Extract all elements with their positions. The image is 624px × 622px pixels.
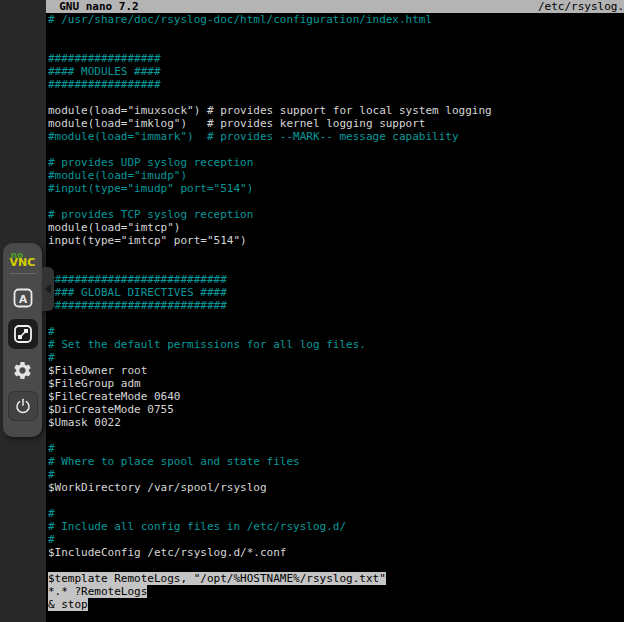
terminal-line: # Set the default permissions for all lo… <box>48 338 624 351</box>
svg-text:A: A <box>18 293 27 305</box>
terminal-line <box>48 429 624 442</box>
terminal-line: module(load="imuxsock") # provides suppo… <box>48 104 624 117</box>
terminal-line: & stop <box>48 598 624 611</box>
terminal-line: ################# <box>48 78 624 91</box>
terminal-line: # <box>48 442 624 455</box>
terminal-line: $FileOwner root <box>48 364 624 377</box>
terminal-line: # provides TCP syslog reception <box>48 208 624 221</box>
terminal-line <box>48 559 624 572</box>
terminal-line <box>48 91 624 104</box>
terminal-line <box>48 312 624 325</box>
terminal-line: $template RemoteLogs, "/opt/%HOSTNAME%/r… <box>48 572 624 585</box>
terminal-line: # <box>48 468 624 481</box>
terminal-line: ########################### <box>48 299 624 312</box>
novnc-logo-vnc: VNC <box>10 259 36 267</box>
terminal-line <box>48 195 624 208</box>
terminal-line: #### GLOBAL DIRECTIVES #### <box>48 286 624 299</box>
nano-version-label: GNU nano 7.2 <box>46 0 139 13</box>
terminal-line: $FileCreateMode 0640 <box>48 390 624 403</box>
drag-viewport-button[interactable] <box>8 319 38 349</box>
terminal-line: #input(type="imudp" port="514") <box>48 182 624 195</box>
terminal-window[interactable]: GNU nano 7.2 /etc/rsyslog. # /usr/share/… <box>46 0 624 622</box>
terminal-line: module(load="imklog") # provides kernel … <box>48 117 624 130</box>
keyboard-extra-keys-icon: A <box>12 287 34 309</box>
panel-collapse-handle[interactable] <box>42 267 54 311</box>
terminal-line: # <box>48 507 624 520</box>
terminal-line <box>48 494 624 507</box>
terminal-line: # provides UDP syslog reception <box>48 156 624 169</box>
nano-titlebar: GNU nano 7.2 /etc/rsyslog. <box>46 0 624 13</box>
novnc-logo: no VNC <box>10 251 36 267</box>
terminal-line <box>48 143 624 156</box>
power-icon <box>14 397 32 415</box>
terminal-line: # <box>48 325 624 338</box>
terminal-line: input(type="imtcp" port="514") <box>48 234 624 247</box>
terminal-line: $FileGroup adm <box>48 377 624 390</box>
extra-keys-button[interactable]: A <box>8 283 38 313</box>
terminal-line <box>48 26 624 39</box>
collapse-arrow-icon <box>45 284 51 294</box>
terminal-line: ########################### <box>48 273 624 286</box>
terminal-line: *.* ?RemoteLogs <box>48 585 624 598</box>
terminal-line <box>48 247 624 260</box>
terminal-line: # /usr/share/doc/rsyslog-doc/html/config… <box>48 13 624 26</box>
terminal-line: module(load="imtcp") <box>48 221 624 234</box>
terminal-line <box>48 39 624 52</box>
terminal-line: # Include all config files in /etc/rsysl… <box>48 520 624 533</box>
terminal-line: # Where to place spool and state files <box>48 455 624 468</box>
terminal-text: # /usr/share/doc/rsyslog-doc/html/config… <box>46 13 624 611</box>
terminal-line: $WorkDirectory /var/spool/rsyslog <box>48 481 624 494</box>
terminal-line: # <box>48 533 624 546</box>
terminal-line: ################# <box>48 52 624 65</box>
gear-icon <box>12 360 33 381</box>
novnc-control-panel: no VNC A <box>3 243 42 437</box>
terminal-line: # <box>48 351 624 364</box>
terminal-line: $IncludeConfig /etc/rsyslog.d/*.conf <box>48 546 624 559</box>
terminal-line: #### MODULES #### <box>48 65 624 78</box>
terminal-line: #module(load="immark") # provides --MARK… <box>48 130 624 143</box>
terminal-line: #module(load="imudp") <box>48 169 624 182</box>
terminal-line: $DirCreateMode 0755 <box>48 403 624 416</box>
power-button[interactable] <box>8 391 38 421</box>
nano-filename-label: /etc/rsyslog. <box>538 0 624 13</box>
settings-button[interactable] <box>8 355 38 385</box>
drag-viewport-icon <box>13 324 33 344</box>
panel-divider <box>10 273 36 274</box>
terminal-line: $Umask 0022 <box>48 416 624 429</box>
terminal-line <box>48 260 624 273</box>
